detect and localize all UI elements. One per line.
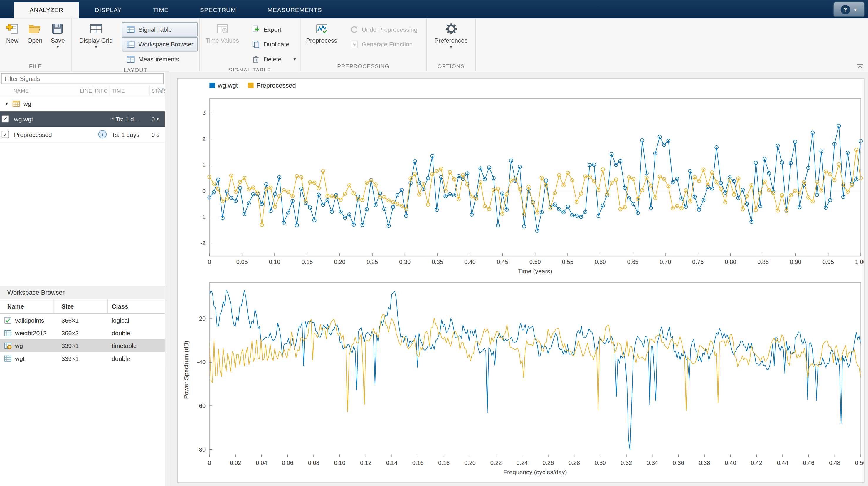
signal-row-preprocessed[interactable]: ✓ Preprocessed i Ts: 1 days 0 s: [0, 127, 165, 143]
tab-spectrum[interactable]: SPECTRUM: [184, 2, 252, 19]
col-header-name[interactable]: NAME: [0, 85, 78, 96]
vertical-scrollbar[interactable]: [165, 72, 169, 486]
delete-dropdown-icon[interactable]: ▼: [291, 55, 299, 64]
duplicate-icon: [251, 40, 260, 49]
legend-label: wg.wgt: [218, 82, 238, 89]
svg-text:0.24: 0.24: [517, 460, 528, 466]
undo-icon: [349, 25, 358, 34]
svg-text:0.45: 0.45: [497, 259, 508, 265]
workspace-empty-area: [0, 365, 165, 486]
signal-table-toggle-label: Signal Table: [138, 26, 172, 33]
display-grid-button[interactable]: Display Grid ▼: [76, 21, 116, 49]
ws-col-class[interactable]: Class: [108, 299, 165, 313]
svg-text:0.30: 0.30: [595, 460, 606, 466]
svg-text:0.50: 0.50: [529, 259, 541, 265]
time-values-button[interactable]: Time Values: [203, 21, 242, 45]
ws-var-name: weight2012: [15, 330, 46, 336]
ribbon: New Open Save ▼ FILE Display Grid: [0, 18, 868, 72]
preferences-dropdown-icon[interactable]: ▼: [449, 45, 453, 49]
signal-checkbox[interactable]: ✓: [2, 131, 9, 138]
signal-row-wg-wgt[interactable]: ✓ wg.wgt * Ts: 1 d… 0 s: [0, 111, 165, 127]
svg-text:0.75: 0.75: [692, 259, 704, 265]
workspace-row-weight2012[interactable]: weight2012 366×2 double: [0, 326, 165, 339]
preprocess-button[interactable]: Preprocess: [303, 21, 340, 45]
display-panel[interactable]: wg.wgt Preprocessed 00.050.100.150.200.2…: [177, 78, 865, 483]
svg-text:0.18: 0.18: [438, 460, 450, 466]
signal-checkbox[interactable]: ✓: [2, 115, 9, 122]
svg-text:Time (years): Time (years): [518, 268, 552, 275]
export-icon: [251, 25, 260, 34]
svg-text:0.16: 0.16: [412, 460, 424, 466]
info-icon[interactable]: i: [98, 130, 107, 138]
signal-table-toggle[interactable]: Signal Table: [122, 22, 197, 36]
collapse-ribbon-icon[interactable]: [856, 63, 864, 69]
col-header-time[interactable]: TIME: [110, 85, 150, 96]
plot-legend: wg.wgt Preprocessed: [209, 82, 296, 89]
ws-var-class: timetable: [108, 342, 165, 349]
workspace-row-validpoints[interactable]: validpoints 366×1 logical: [0, 314, 165, 326]
display-grid-dropdown-icon[interactable]: ▼: [94, 45, 98, 49]
ws-var-class: double: [108, 330, 165, 336]
col-header-line[interactable]: LINE: [78, 85, 93, 96]
filter-icon[interactable]: [157, 87, 164, 94]
workspace-row-wg[interactable]: wg 339×1 timetable: [0, 339, 165, 352]
display-area: wg.wgt Preprocessed 00.050.100.150.200.2…: [169, 72, 868, 486]
help-button[interactable]: ? ▼: [833, 2, 865, 17]
ws-col-name[interactable]: Name: [0, 299, 54, 313]
svg-text:-1: -1: [200, 213, 206, 220]
measurements-toggle[interactable]: Measurements: [122, 52, 197, 66]
ws-var-class: logical: [108, 317, 165, 323]
duplicate-button[interactable]: Duplicate: [247, 37, 299, 51]
svg-text:0.30: 0.30: [399, 259, 410, 265]
ws-col-size[interactable]: Size: [54, 299, 108, 313]
time-plot[interactable]: 00.050.100.150.200.250.300.350.400.450.5…: [182, 90, 864, 276]
legend-item-preprocessed[interactable]: Preprocessed: [248, 82, 296, 89]
legend-swatch: [248, 83, 253, 88]
svg-text:0.70: 0.70: [659, 259, 671, 265]
svg-text:0.40: 0.40: [464, 259, 476, 265]
ws-var-name: wgt: [15, 355, 25, 362]
expander-icon[interactable]: ▼: [4, 101, 9, 106]
generate-function-button[interactable]: fx Generate Function: [345, 37, 422, 51]
workspace-browser-title: Workspace Browser: [7, 289, 65, 296]
signal-start: 0 s: [150, 131, 165, 138]
tab-display[interactable]: DISPLAY: [79, 2, 137, 19]
tab-time[interactable]: TIME: [137, 2, 184, 19]
help-icon: ?: [840, 5, 850, 14]
display-grid-label: Display Grid: [79, 37, 113, 44]
preferences-button[interactable]: Preferences ▼: [432, 21, 470, 49]
spectrum-plot[interactable]: 00.020.040.060.080.100.120.140.160.180.2…: [182, 274, 864, 480]
signal-table-empty-area: [0, 143, 165, 286]
svg-text:0.28: 0.28: [568, 460, 580, 466]
svg-text:0.55: 0.55: [562, 259, 574, 265]
tab-measurements[interactable]: MEASUREMENTS: [252, 2, 337, 19]
preprocess-icon: [315, 22, 328, 35]
undo-preprocessing-button[interactable]: Undo Preprocessing: [345, 22, 422, 36]
tab-analyzer[interactable]: ANALYZER: [14, 2, 79, 19]
delete-button[interactable]: Delete: [247, 52, 286, 66]
svg-text:0.08: 0.08: [308, 460, 319, 466]
svg-text:0.38: 0.38: [699, 460, 710, 466]
ws-var-name: wg: [15, 342, 23, 349]
signal-time: * Ts: 1 d…: [110, 115, 150, 122]
svg-text:Power Spectrum (dB): Power Spectrum (dB): [183, 341, 189, 399]
signal-name: Preprocessed: [14, 131, 52, 138]
svg-text:0.10: 0.10: [334, 460, 345, 466]
legend-item-wg-wgt[interactable]: wg.wgt: [209, 82, 238, 89]
save-button[interactable]: Save ▼: [48, 21, 67, 49]
save-icon: [51, 22, 65, 35]
workspace-browser-toggle[interactable]: Workspace Browser: [122, 37, 197, 51]
open-button[interactable]: Open: [25, 21, 45, 45]
save-dropdown-icon[interactable]: ▼: [56, 45, 60, 49]
col-header-info[interactable]: INFO: [93, 85, 110, 96]
svg-text:0.50: 0.50: [855, 460, 864, 466]
svg-text:0: 0: [202, 188, 206, 194]
svg-text:0.20: 0.20: [464, 460, 476, 466]
new-button[interactable]: New: [3, 21, 22, 45]
export-button[interactable]: Export: [247, 22, 299, 36]
workspace-row-wgt[interactable]: wgt 339×1 double: [0, 352, 165, 365]
undo-preprocessing-label: Undo Preprocessing: [362, 26, 417, 33]
signal-group-row[interactable]: ▼ wg: [0, 96, 165, 111]
check-icon: ✓: [3, 116, 8, 122]
signal-analyzer-app: ANALYZER DISPLAY TIME SPECTRUM MEASUREME…: [0, 0, 868, 486]
